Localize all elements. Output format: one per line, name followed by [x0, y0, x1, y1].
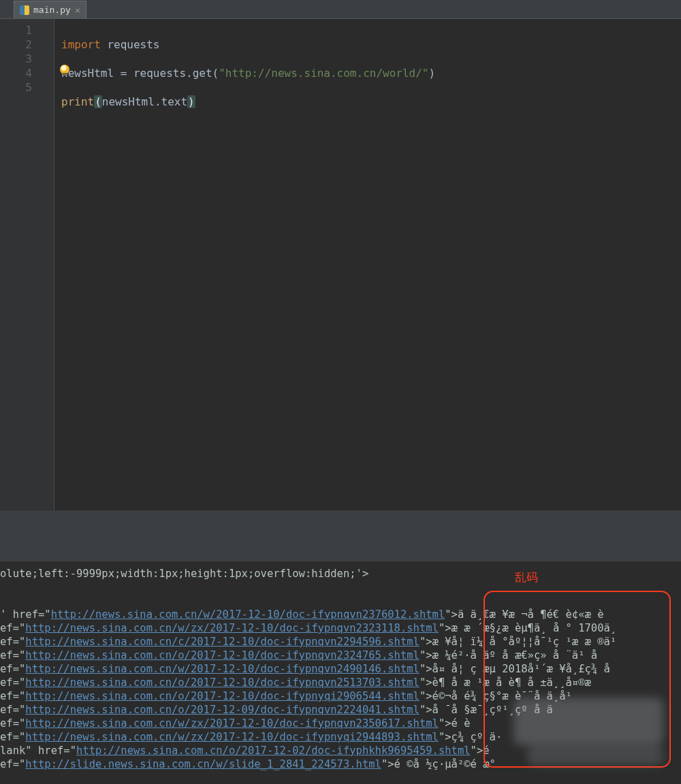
line-number: 4 [0, 66, 54, 80]
console-line: olute;left:-9999px;width:1px;height:1px;… [0, 567, 681, 581]
console-link[interactable]: http://news.sina.com.cn/o/2017-12-02/doc… [76, 745, 471, 757]
console-line: ef="http://news.sina.com.cn/w/2017-12-10… [0, 662, 681, 676]
kw-import: import [61, 38, 101, 51]
console-link[interactable]: http://news.sina.com.cn/w/zx/2017-12-10/… [25, 717, 439, 730]
console-link[interactable]: http://news.sina.com.cn/w/2017-12-10/doc… [25, 663, 419, 675]
line-gutter: 1 2 3 4 5 [0, 19, 54, 510]
paren-open: ( [94, 95, 102, 108]
line-number: 5 [0, 80, 54, 95]
eq: = [114, 67, 133, 80]
console-link[interactable]: http://news.sina.com.cn/o/2017-12-09/doc… [25, 704, 419, 716]
line-number: 1 [0, 23, 54, 37]
console-link[interactable]: http://news.sina.com.cn/w/zx/2017-12-10/… [25, 731, 439, 743]
lightbulb-icon[interactable] [60, 65, 69, 74]
code-editor[interactable]: 1 2 3 4 5 import requests newsHtml = req… [0, 19, 681, 510]
tab-bar: main.py × [0, 0, 681, 19]
toolwindow-divider [0, 510, 681, 561]
console-line: ef="http://news.sina.com.cn/c/2017-12-10… [0, 635, 681, 649]
call: requests.get [133, 67, 212, 80]
blur-overlay [513, 698, 663, 745]
code-area[interactable]: import requests newsHtml = requests.get(… [54, 19, 681, 510]
line-number: 2 [0, 37, 54, 52]
string-url: "http://news.sina.com.cn/world/" [219, 67, 428, 80]
console-link[interactable]: http://news.sina.com.cn/o/2017-12-10/doc… [25, 676, 419, 689]
console-line: ' href="http://news.sina.com.cn/w/2017-1… [0, 608, 681, 621]
tab-filename: main.py [33, 5, 71, 15]
close-tab-icon[interactable]: × [75, 5, 80, 16]
console-line: ef="http://news.sina.com.cn/o/2017-12-10… [0, 676, 681, 689]
tab-main-py[interactable]: main.py × [14, 1, 86, 18]
console-line: ef="http://news.sina.com.cn/w/zx/2017-12… [0, 621, 681, 635]
python-file-icon [20, 5, 29, 15]
console-link[interactable]: http://news.sina.com.cn/o/2017-12-10/doc… [25, 690, 419, 702]
console-line: ef="http://news.sina.com.cn/o/2017-12-10… [0, 649, 681, 662]
annotation-label: 乱码 [515, 571, 538, 585]
arg: newsHtml.text [102, 95, 187, 108]
blur-overlay [527, 745, 663, 766]
run-console[interactable]: olute;left:-9999px;width:1px;height:1px;… [0, 561, 681, 784]
console-link[interactable]: http://news.sina.com.cn/o/2017-12-10/doc… [25, 649, 419, 662]
console-link[interactable]: http://news.sina.com.cn/c/2017-12-10/doc… [25, 636, 419, 648]
console-link[interactable]: http://news.sina.com.cn/w/zx/2017-12-10/… [25, 622, 439, 634]
console-link[interactable]: http://news.sina.com.cn/w/2017-12-10/doc… [51, 608, 445, 621]
module: requests [107, 38, 159, 51]
line-number: 3 [0, 52, 54, 66]
paren-close: ) [187, 95, 195, 108]
fn-print: print [61, 95, 94, 108]
console-link[interactable]: http://slide.news.sina.com.cn/w/slide_1_… [25, 758, 381, 770]
